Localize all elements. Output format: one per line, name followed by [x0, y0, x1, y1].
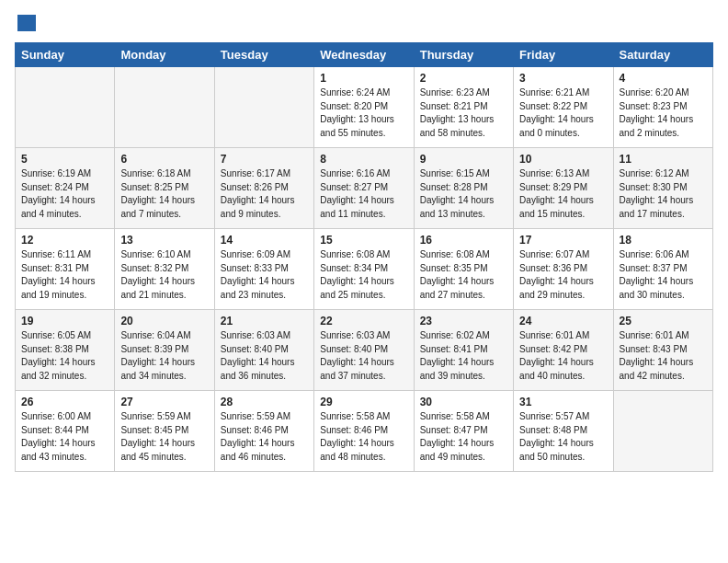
day-number: 10 [519, 153, 607, 166]
calendar-cell [613, 391, 712, 472]
cell-content: Sunrise: 6:15 AMSunset: 8:28 PMDaylight:… [420, 167, 507, 221]
svg-marker-1 [28, 15, 36, 31]
calendar-cell: 1Sunrise: 6:24 AMSunset: 8:20 PMDaylight… [314, 67, 414, 148]
day-number: 2 [420, 72, 507, 85]
calendar-header-saturday: Saturday [613, 43, 712, 67]
calendar-cell: 28Sunrise: 5:59 AMSunset: 8:46 PMDayligh… [214, 391, 313, 472]
day-number: 12 [21, 234, 108, 247]
cell-content: Sunrise: 6:24 AMSunset: 8:20 PMDaylight:… [320, 86, 407, 140]
day-number: 8 [320, 153, 407, 166]
week-row-3: 12Sunrise: 6:11 AMSunset: 8:31 PMDayligh… [16, 229, 713, 310]
cell-content: Sunrise: 5:58 AMSunset: 8:47 PMDaylight:… [420, 410, 507, 464]
cell-content: Sunrise: 6:18 AMSunset: 8:25 PMDaylight:… [120, 167, 208, 221]
cell-content: Sunrise: 6:12 AMSunset: 8:30 PMDaylight:… [620, 167, 707, 221]
day-number: 22 [320, 315, 407, 327]
day-number: 6 [120, 153, 208, 166]
day-number: 21 [221, 315, 308, 327]
week-row-2: 5Sunrise: 6:19 AMSunset: 8:24 PMDaylight… [16, 148, 713, 229]
cell-content: Sunrise: 6:07 AMSunset: 8:36 PMDaylight:… [519, 248, 607, 302]
cell-content: Sunrise: 6:03 AMSunset: 8:40 PMDaylight:… [320, 329, 407, 383]
calendar-cell: 25Sunrise: 6:01 AMSunset: 8:43 PMDayligh… [613, 310, 712, 391]
cell-content: Sunrise: 6:02 AMSunset: 8:41 PMDaylight:… [420, 329, 507, 383]
calendar-cell: 19Sunrise: 6:05 AMSunset: 8:38 PMDayligh… [16, 310, 115, 391]
calendar-cell: 26Sunrise: 6:00 AMSunset: 8:44 PMDayligh… [16, 391, 115, 472]
calendar-cell: 20Sunrise: 6:04 AMSunset: 8:39 PMDayligh… [115, 310, 214, 391]
week-row-1: 1Sunrise: 6:24 AMSunset: 8:20 PMDaylight… [16, 67, 713, 148]
calendar-cell: 21Sunrise: 6:03 AMSunset: 8:40 PMDayligh… [214, 310, 313, 391]
day-number: 15 [320, 234, 407, 247]
day-number: 17 [519, 234, 607, 247]
calendar-header-sunday: Sunday [16, 43, 115, 67]
calendar-table: SundayMondayTuesdayWednesdayThursdayFrid… [15, 42, 713, 472]
day-number: 27 [120, 396, 208, 408]
cell-content: Sunrise: 6:13 AMSunset: 8:29 PMDaylight:… [519, 167, 607, 221]
day-number: 20 [120, 315, 208, 327]
calendar-cell: 18Sunrise: 6:06 AMSunset: 8:37 PMDayligh… [613, 229, 712, 310]
cell-content: Sunrise: 6:03 AMSunset: 8:40 PMDaylight:… [221, 329, 308, 383]
logo [15, 15, 36, 33]
calendar-cell: 6Sunrise: 6:18 AMSunset: 8:25 PMDaylight… [115, 148, 214, 229]
calendar-cell: 31Sunrise: 5:57 AMSunset: 8:48 PMDayligh… [514, 391, 613, 472]
day-number: 23 [420, 315, 507, 327]
day-number: 1 [320, 72, 407, 85]
calendar-cell: 5Sunrise: 6:19 AMSunset: 8:24 PMDaylight… [16, 148, 115, 229]
cell-content: Sunrise: 5:58 AMSunset: 8:46 PMDaylight:… [320, 410, 407, 464]
calendar-cell: 22Sunrise: 6:03 AMSunset: 8:40 PMDayligh… [314, 310, 414, 391]
calendar-cell: 11Sunrise: 6:12 AMSunset: 8:30 PMDayligh… [613, 148, 712, 229]
cell-content: Sunrise: 6:20 AMSunset: 8:23 PMDaylight:… [620, 86, 707, 140]
day-number: 11 [620, 153, 707, 166]
cell-content: Sunrise: 6:10 AMSunset: 8:32 PMDaylight:… [120, 248, 208, 302]
cell-content: Sunrise: 6:01 AMSunset: 8:43 PMDaylight:… [620, 329, 707, 383]
calendar-cell [115, 67, 214, 148]
day-number: 7 [221, 153, 308, 166]
cell-content: Sunrise: 6:04 AMSunset: 8:39 PMDaylight:… [120, 329, 208, 383]
day-number: 5 [21, 153, 108, 166]
page-header [15, 15, 713, 33]
calendar-cell [214, 67, 313, 148]
calendar-cell: 10Sunrise: 6:13 AMSunset: 8:29 PMDayligh… [514, 148, 613, 229]
cell-content: Sunrise: 6:05 AMSunset: 8:38 PMDaylight:… [21, 329, 108, 383]
calendar-cell: 7Sunrise: 6:17 AMSunset: 8:26 PMDaylight… [214, 148, 313, 229]
cell-content: Sunrise: 6:16 AMSunset: 8:27 PMDaylight:… [320, 167, 407, 221]
calendar-cell: 2Sunrise: 6:23 AMSunset: 8:21 PMDaylight… [414, 67, 513, 148]
calendar-header-tuesday: Tuesday [214, 43, 313, 67]
day-number: 31 [519, 396, 607, 408]
calendar-cell: 23Sunrise: 6:02 AMSunset: 8:41 PMDayligh… [414, 310, 513, 391]
cell-content: Sunrise: 5:59 AMSunset: 8:45 PMDaylight:… [120, 410, 208, 464]
cell-content: Sunrise: 6:01 AMSunset: 8:42 PMDaylight:… [519, 329, 607, 383]
day-number: 13 [120, 234, 208, 247]
week-row-4: 19Sunrise: 6:05 AMSunset: 8:38 PMDayligh… [16, 310, 713, 391]
day-number: 14 [221, 234, 308, 247]
calendar-cell: 24Sunrise: 6:01 AMSunset: 8:42 PMDayligh… [514, 310, 613, 391]
day-number: 18 [620, 234, 707, 247]
calendar-cell: 30Sunrise: 5:58 AMSunset: 8:47 PMDayligh… [414, 391, 513, 472]
logo-flag-icon [16, 15, 36, 31]
day-number: 28 [221, 396, 308, 408]
day-number: 19 [21, 315, 108, 327]
day-number: 29 [320, 396, 407, 408]
calendar-cell [16, 67, 115, 148]
calendar-cell: 16Sunrise: 6:08 AMSunset: 8:35 PMDayligh… [414, 229, 513, 310]
cell-content: Sunrise: 6:09 AMSunset: 8:33 PMDaylight:… [221, 248, 308, 302]
cell-content: Sunrise: 6:23 AMSunset: 8:21 PMDaylight:… [420, 86, 507, 140]
calendar-cell: 15Sunrise: 6:08 AMSunset: 8:34 PMDayligh… [314, 229, 414, 310]
calendar-header-wednesday: Wednesday [314, 43, 414, 67]
cell-content: Sunrise: 6:08 AMSunset: 8:34 PMDaylight:… [320, 248, 407, 302]
cell-content: Sunrise: 6:19 AMSunset: 8:24 PMDaylight:… [21, 167, 108, 221]
calendar-cell: 9Sunrise: 6:15 AMSunset: 8:28 PMDaylight… [414, 148, 513, 229]
calendar-cell: 29Sunrise: 5:58 AMSunset: 8:46 PMDayligh… [314, 391, 414, 472]
day-number: 3 [519, 72, 607, 85]
day-number: 4 [620, 72, 707, 85]
cell-content: Sunrise: 6:21 AMSunset: 8:22 PMDaylight:… [519, 86, 607, 140]
cell-content: Sunrise: 6:00 AMSunset: 8:44 PMDaylight:… [21, 410, 108, 464]
cell-content: Sunrise: 5:57 AMSunset: 8:48 PMDaylight:… [519, 410, 607, 464]
day-number: 24 [519, 315, 607, 327]
cell-content: Sunrise: 6:17 AMSunset: 8:26 PMDaylight:… [221, 167, 308, 221]
day-number: 16 [420, 234, 507, 247]
day-number: 25 [620, 315, 707, 327]
calendar-header-monday: Monday [115, 43, 214, 67]
day-number: 9 [420, 153, 507, 166]
calendar-cell: 27Sunrise: 5:59 AMSunset: 8:45 PMDayligh… [115, 391, 214, 472]
calendar-cell: 3Sunrise: 6:21 AMSunset: 8:22 PMDaylight… [514, 67, 613, 148]
calendar-header-friday: Friday [514, 43, 613, 67]
